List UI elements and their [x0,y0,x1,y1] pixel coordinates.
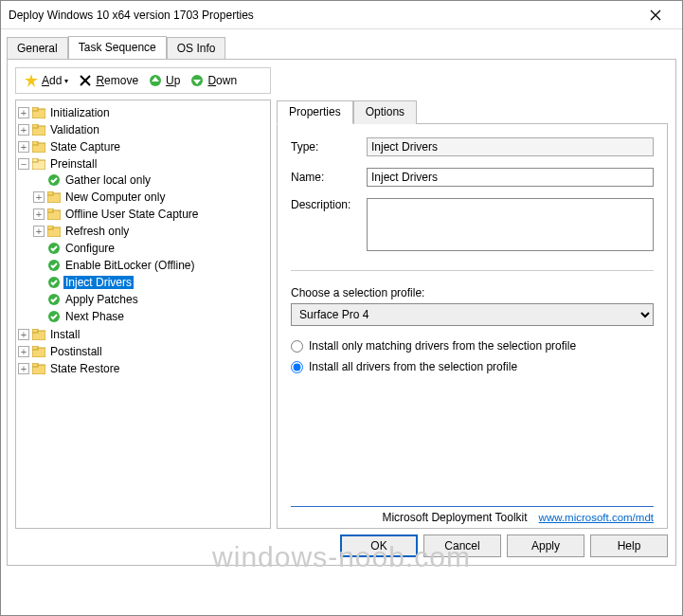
svg-marker-2 [25,74,38,87]
name-label: Name: [291,171,367,184]
type-label: Type: [291,140,367,154]
svg-rect-30 [32,329,38,333]
folder-icon [31,122,46,137]
tree-item-state-capture[interactable]: +State Capture [18,139,268,154]
remove-icon [78,73,93,88]
svg-rect-10 [32,107,38,111]
cancel-button[interactable]: Cancel [423,534,501,557]
svg-rect-16 [32,158,38,162]
task-tree[interactable]: +Initialization +Validation +State Captu… [15,100,271,529]
folder-icon [31,105,46,120]
collapse-icon[interactable]: − [18,158,29,170]
up-label: Up [166,74,180,87]
radio-all-drivers[interactable]: Install all drivers from the selection p… [291,360,654,373]
arrow-down-icon [189,73,205,88]
tree-item-new-computer-only[interactable]: +New Computer only [33,190,268,205]
folder-open-icon [31,156,46,172]
tree-item-apply-patches[interactable]: Apply Patches [33,292,268,307]
remove-button[interactable]: Remove [74,71,142,90]
window-title: Deploy Windows 10 x64 version 1703 Prope… [9,9,637,22]
tree-item-state-restore[interactable]: +State Restore [18,361,268,376]
add-label: Add [42,74,62,87]
svg-rect-21 [47,208,53,212]
close-button[interactable] [637,2,674,28]
help-button[interactable]: Help [590,534,668,557]
tree-item-refresh-only[interactable]: +Refresh only [33,224,268,239]
expand-icon[interactable]: + [33,208,45,220]
tab-task-sequence[interactable]: Task Sequence [68,36,167,60]
name-field[interactable] [367,168,654,187]
expand-icon[interactable]: + [18,124,29,136]
svg-rect-32 [32,346,38,350]
expand-icon[interactable]: + [18,107,29,118]
check-icon [46,275,62,290]
divider [291,270,654,271]
tree-item-next-phase[interactable]: Next Phase [33,309,268,324]
titlebar: Deploy Windows 10 x64 version 1703 Prope… [1,1,682,29]
properties-panel: Type: Name: Description: Choose a select… [277,123,668,529]
check-icon [46,309,62,324]
tree-item-install[interactable]: +Install [18,327,268,342]
apply-button[interactable]: Apply [507,534,584,557]
body-row: +Initialization +Validation +State Captu… [15,100,668,529]
tree-item-offline-user-state-capture[interactable]: +Offline User State Capture [33,207,268,222]
expand-icon[interactable]: + [33,226,45,237]
inner-tab-row: Properties Options [277,100,668,123]
description-label: Description: [291,198,367,211]
arrow-up-icon [148,73,163,88]
svg-rect-14 [32,141,38,145]
check-icon [46,172,62,188]
type-field [367,137,654,156]
tree-item-inject-drivers[interactable]: Inject Drivers [33,275,268,290]
radio-matching-drivers[interactable]: Install only matching drivers from the s… [291,339,654,353]
button-row: OK Cancel Apply Help [15,534,668,557]
main-tab-row: General Task Sequence OS Info [1,29,682,59]
tree-item-postinstall[interactable]: +Postinstall [18,344,268,359]
brand-link[interactable]: www.microsoft.com/mdt [539,512,654,523]
tree-item-validation[interactable]: +Validation [18,122,268,137]
tree-item-initialization[interactable]: +Initialization [18,105,268,120]
radio-all-input[interactable] [291,361,303,373]
down-button[interactable]: Down [186,71,241,90]
brand-text: Microsoft Deployment Toolkit [382,511,527,524]
radio-matching-label: Install only matching drivers from the s… [309,339,576,353]
selection-profile-label: Choose a selection profile: [291,286,654,299]
folder-icon [31,327,46,342]
down-label: Down [207,74,237,87]
tree-item-gather-local-only[interactable]: Gather local only [33,172,268,188]
check-icon [46,258,62,273]
description-field[interactable] [367,198,654,251]
expand-icon[interactable]: + [18,329,29,340]
check-icon [46,241,62,256]
tree-item-configure[interactable]: Configure [33,241,268,256]
expand-icon[interactable]: + [18,346,29,357]
tree-item-enable-bitlocker[interactable]: Enable BitLocker (Offline) [33,258,268,273]
star-icon [24,73,39,88]
expand-icon[interactable]: + [18,363,29,374]
radio-matching-input[interactable] [291,340,303,353]
main-panel: Add ▾ Remove Up Down +Initialization [7,59,676,566]
tab-options[interactable]: Options [353,100,417,124]
folder-icon [46,207,62,222]
tab-properties[interactable]: Properties [277,100,353,124]
remove-label: Remove [96,74,138,87]
tab-os-info[interactable]: OS Info [167,37,226,60]
svg-rect-23 [47,226,53,229]
expand-icon[interactable]: + [18,141,29,153]
folder-icon [46,190,62,205]
up-button[interactable]: Up [144,71,184,90]
dropdown-arrow-icon: ▾ [64,77,68,85]
tree-item-preinstall[interactable]: −Preinstall [18,156,268,172]
folder-icon [31,361,46,376]
expand-icon[interactable]: + [33,191,45,203]
selection-profile-dropdown[interactable]: Surface Pro 4 [291,303,654,326]
add-button[interactable]: Add ▾ [20,71,72,90]
folder-icon [46,224,62,239]
svg-rect-12 [32,124,38,128]
folder-icon [31,139,46,154]
tab-general[interactable]: General [7,37,68,60]
check-icon [46,292,62,307]
svg-rect-19 [47,191,53,195]
close-icon [650,9,661,21]
ok-button[interactable]: OK [340,534,418,557]
